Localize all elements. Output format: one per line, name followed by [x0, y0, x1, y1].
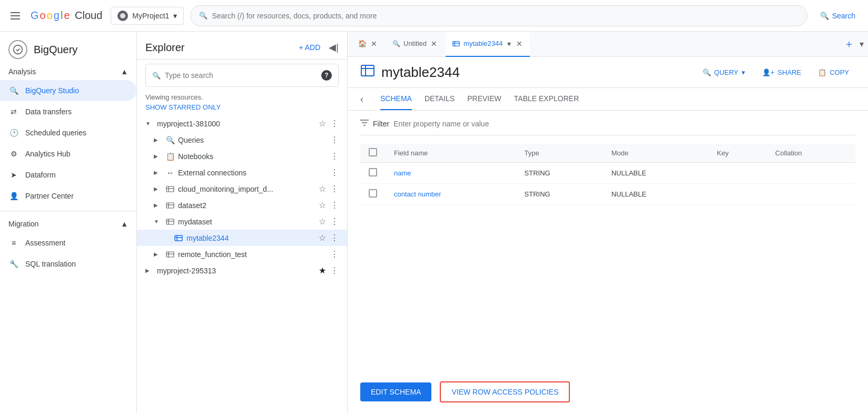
edit-schema-button[interactable]: EDIT SCHEMA [360, 382, 431, 401]
project-selector[interactable]: MyProject1 ▾ [111, 7, 184, 25]
search-button[interactable]: 🔍 Search [814, 8, 862, 23]
tab-home[interactable]: 🏠 ✕ [352, 32, 384, 57]
sidebar-item-bigquery-studio[interactable]: 🔍 BigQuery Studio [0, 80, 136, 101]
field-link-contact[interactable]: contact number [394, 190, 441, 198]
more-menu-icon-ds2[interactable]: ⋮ [330, 200, 339, 210]
tab-mytable2344[interactable]: mytable2344 ▾ ✕ [446, 32, 529, 57]
view-row-access-button[interactable]: VIEW ROW ACCESS POLICIES [440, 381, 570, 402]
tab-preview[interactable]: PREVIEW [467, 88, 501, 110]
more-menu-icon-p1[interactable]: ⋮ [330, 119, 339, 129]
tree-item-notebooks[interactable]: ▶ 📋 Notebooks ⋮ [137, 148, 347, 164]
tree-label-myproject295313: myproject-295313 [157, 267, 313, 275]
tree-item-myproject295313[interactable]: ▶ myproject-295313 ★ ⋮ [137, 262, 347, 279]
tree-item-mydataset[interactable]: ▼ mydataset ☆ ⋮ [137, 213, 347, 230]
more-menu-icon-myd[interactable]: ⋮ [330, 217, 339, 227]
tree-label-myproject1: myproject1-381000 [157, 120, 313, 128]
hamburger-menu[interactable] [6, 8, 24, 24]
analysis-section-header[interactable]: Analysis ▲ [0, 63, 136, 80]
more-menu-icon-rft[interactable]: ⋮ [330, 249, 339, 259]
star-icon-cm[interactable]: ☆ [319, 184, 326, 194]
sidebar-label-scheduled-queries: Scheduled queries [25, 129, 86, 137]
project-name: MyProject1 [132, 12, 169, 20]
sidebar-item-data-transfers[interactable]: ⇄ Data transfers [0, 101, 136, 122]
global-search-input[interactable] [212, 12, 798, 20]
star-icon-p2[interactable]: ★ [319, 266, 326, 276]
tab-more-button[interactable]: ▾ [860, 39, 864, 49]
collapse-panel-button[interactable]: ◀| [329, 42, 339, 53]
tree-item-ext-connections[interactable]: ▶ ↔ External connections ⋮ [137, 164, 347, 181]
sidebar-item-scheduled-queries[interactable]: 🕐 Scheduled queries [0, 122, 136, 143]
show-starred-button[interactable]: SHOW STARRED ONLY [137, 102, 347, 115]
explorer-actions: + ADD ◀| [294, 40, 339, 55]
field-link-name[interactable]: name [394, 169, 411, 177]
more-menu-icon-p2[interactable]: ⋮ [330, 266, 339, 276]
wrench-icon: 🔧 [8, 259, 19, 269]
tab-x-mytable2344[interactable]: ✕ [515, 38, 524, 49]
th-checkbox [360, 144, 386, 163]
dataset-icon-rft [165, 250, 175, 259]
more-menu-icon-cm[interactable]: ⋮ [330, 184, 339, 194]
chevron-right-icon-ds2: ▶ [154, 202, 162, 208]
sidebar-item-dataform[interactable]: ➤ Dataform [0, 164, 136, 185]
tab-schema[interactable]: SCHEMA [380, 88, 412, 110]
copy-icon: 📋 [818, 68, 826, 76]
explorer-panel: Explorer + ADD ◀| 🔍 ? Viewing resources.… [137, 32, 348, 413]
row-checkbox-name[interactable] [369, 168, 377, 176]
tab-details[interactable]: DETAILS [425, 88, 455, 110]
more-menu-icon-notebooks[interactable]: ⋮ [330, 151, 339, 161]
tab-table-explorer[interactable]: TABLE EXPLORER [514, 88, 579, 110]
schema-table: Field name Type Mode Key Collation [360, 144, 855, 205]
search-icon-tab: 🔍 [392, 40, 400, 48]
table-row: name STRING NULLABLE [360, 163, 855, 184]
star-icon-myd[interactable]: ☆ [319, 217, 326, 227]
migration-section-header[interactable]: Migration ▲ [0, 215, 136, 232]
explorer-search-wrap[interactable]: 🔍 ? [145, 64, 339, 87]
sidebar-item-analytics-hub[interactable]: ⚙ Analytics Hub [0, 143, 136, 164]
sidebar-item-assessment[interactable]: ≡ Assessment [0, 232, 136, 253]
tree-item-cloud-monitoring[interactable]: ▶ cloud_monitoring_import_d... ☆ ⋮ [137, 181, 347, 197]
more-menu-icon-mytable[interactable]: ⋮ [330, 233, 339, 243]
add-button[interactable]: + ADD [294, 40, 324, 55]
tree-item-remote-function[interactable]: ▶ remote_function_test ⋮ [137, 246, 347, 262]
select-all-checkbox[interactable] [369, 148, 377, 156]
more-menu-icon-ext[interactable]: ⋮ [330, 168, 339, 178]
row-checkbox-contact[interactable] [369, 189, 377, 198]
add-tab-button[interactable]: ＋ [840, 37, 859, 51]
tree-item-myproject1[interactable]: ▼ myproject1-381000 ☆ ⋮ [137, 115, 347, 132]
star-icon-p1[interactable]: ☆ [319, 119, 326, 129]
analysis-label: Analysis [8, 67, 36, 76]
star-icon-ds2[interactable]: ☆ [319, 200, 326, 210]
main-layout: BigQuery Analysis ▲ 🔍 BigQuery Studio ⇄ … [0, 32, 868, 413]
query-button[interactable]: 🔍 QUERY ▾ [696, 65, 752, 80]
filter-input[interactable] [393, 120, 855, 128]
tab-untitled[interactable]: 🔍 Untitled ✕ [386, 32, 445, 57]
svg-rect-11 [175, 235, 182, 241]
chevron-right-icon-cm: ▶ [154, 186, 162, 192]
chevron-up-icon: ▲ [121, 67, 128, 76]
star-icon-mytable[interactable]: ☆ [319, 233, 326, 243]
header-actions: 🔍 QUERY ▾ 👤+ SHARE 📋 COPY [696, 65, 855, 80]
tree-item-mytable2344[interactable]: ▶ mytable2344 ☆ ⋮ [137, 230, 347, 246]
back-button[interactable]: ‹ [360, 94, 363, 105]
global-search-bar[interactable]: 🔍 [190, 5, 807, 26]
tab-close-untitled[interactable]: ✕ [430, 38, 438, 49]
tree-item-queries[interactable]: ▶ 🔍 Queries ⋮ [137, 132, 347, 148]
tab-close-home[interactable]: ✕ [370, 38, 378, 49]
svg-rect-14 [166, 252, 174, 257]
tab-close-mytable2344[interactable]: ▾ [506, 38, 512, 49]
help-icon[interactable]: ? [321, 70, 332, 81]
tree-item-dataset2[interactable]: ▶ dataset2 ☆ ⋮ [137, 197, 347, 213]
copy-button[interactable]: 📋 COPY [812, 65, 855, 80]
project-icon [117, 11, 128, 21]
more-menu-icon-queries[interactable]: ⋮ [330, 135, 339, 145]
sidebar-item-partner-center[interactable]: 👤 Partner Center [0, 185, 136, 206]
td-mode-name: NULLABLE [603, 163, 708, 184]
hub-icon: ⚙ [8, 149, 19, 159]
sidebar-item-sql-translation[interactable]: 🔧 SQL translation [0, 253, 136, 274]
share-button[interactable]: 👤+ SHARE [756, 65, 807, 80]
explorer-search-input[interactable] [165, 71, 317, 80]
sidebar: BigQuery Analysis ▲ 🔍 BigQuery Studio ⇄ … [0, 32, 137, 413]
table-grid-icon [360, 63, 375, 81]
svg-rect-2 [166, 186, 174, 192]
svg-point-0 [120, 13, 125, 18]
